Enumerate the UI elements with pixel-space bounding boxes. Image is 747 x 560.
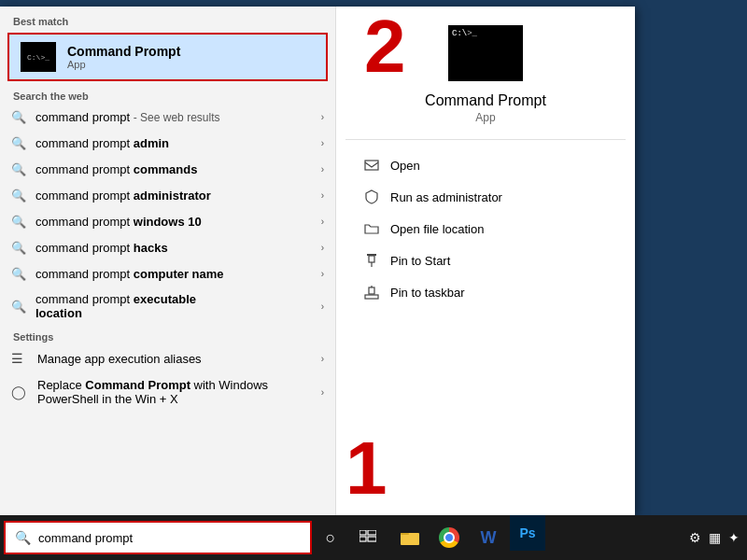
search-web-label: Search the web bbox=[0, 83, 335, 104]
action-run-admin[interactable]: Run as administrator bbox=[355, 181, 616, 213]
action-open[interactable]: Open bbox=[355, 149, 616, 181]
pin-start-icon bbox=[362, 251, 381, 270]
svg-rect-0 bbox=[365, 161, 378, 170]
search-icon: 🔍 bbox=[11, 299, 26, 314]
pin-taskbar-icon bbox=[362, 283, 381, 301]
svg-rect-12 bbox=[401, 533, 409, 535]
chevron-icon: › bbox=[321, 217, 324, 227]
chevron-icon: › bbox=[321, 138, 324, 148]
chevron-icon: › bbox=[321, 301, 324, 312]
search-result-item[interactable]: 🔍 command prompt executablelocation › bbox=[0, 287, 335, 326]
desktop: Best match C:\>_ Command Prompt App Sear… bbox=[0, 0, 747, 560]
list-icon: ☰ bbox=[11, 350, 28, 367]
taskbar: 🔍 command prompt ○ bbox=[0, 515, 747, 560]
action-pin-taskbar-label: Pin to taskbar bbox=[390, 286, 465, 300]
search-result-item[interactable]: 🔍 command prompt windows 10 › bbox=[0, 208, 335, 234]
best-match-subtitle: App bbox=[67, 59, 180, 70]
svg-rect-5 bbox=[369, 287, 374, 294]
app-large-icon: C:\>_ bbox=[448, 25, 523, 81]
left-panel: Best match C:\>_ Command Prompt App Sear… bbox=[0, 7, 336, 515]
search-result-item[interactable]: 🔍 command prompt hacks › bbox=[0, 234, 335, 260]
photoshop-icon[interactable]: Ps bbox=[510, 515, 545, 551]
action-file-location-label: Open file location bbox=[390, 222, 484, 236]
best-match-text: Command Prompt App bbox=[67, 44, 180, 70]
search-item-text: command prompt - See web results bbox=[35, 110, 321, 124]
word-icon[interactable]: W bbox=[469, 515, 508, 560]
right-panel: C:\>_ Command Prompt App Open bbox=[336, 7, 635, 515]
action-run-admin-label: Run as administrator bbox=[390, 190, 502, 204]
search-icon: 🔍 bbox=[11, 161, 26, 176]
shield-icon bbox=[362, 188, 381, 206]
chevron-icon: › bbox=[321, 112, 324, 122]
settings-item-text: Replace Command Prompt with Windows Powe… bbox=[37, 378, 321, 406]
taskbar-apps: W Ps bbox=[390, 515, 547, 560]
folder-icon bbox=[362, 219, 381, 238]
search-item-text: command prompt administrator bbox=[35, 189, 321, 203]
taskbar-search-box[interactable]: 🔍 command prompt bbox=[4, 521, 312, 554]
search-result-item[interactable]: 🔍 command prompt commands › bbox=[0, 156, 335, 182]
taskbar-right: ⚙ ▦ ✦ bbox=[689, 530, 747, 545]
search-item-text: command prompt commands bbox=[35, 162, 321, 176]
search-item-text: command prompt admin bbox=[35, 136, 321, 150]
search-icon: 🔍 bbox=[11, 188, 26, 203]
search-result-item[interactable]: 🔍 command prompt administrator › bbox=[0, 182, 335, 208]
svg-rect-7 bbox=[359, 530, 366, 535]
action-list: Open Run as administrator bbox=[345, 149, 626, 308]
search-item-text: command prompt hacks bbox=[35, 241, 321, 255]
best-match-item[interactable]: C:\>_ Command Prompt App bbox=[7, 33, 328, 81]
settings-icon[interactable]: ⚙ bbox=[689, 530, 701, 545]
app-type: App bbox=[475, 111, 495, 124]
divider bbox=[345, 139, 626, 140]
action-pin-taskbar[interactable]: Pin to taskbar bbox=[355, 276, 616, 308]
open-icon bbox=[362, 156, 381, 175]
search-result-item[interactable]: 🔍 command prompt - See web results › bbox=[0, 104, 335, 130]
chevron-icon: › bbox=[321, 269, 324, 279]
svg-rect-9 bbox=[359, 537, 366, 541]
search-result-item[interactable]: 🔍 command prompt computer name › bbox=[0, 260, 335, 287]
language-icon[interactable]: ▦ bbox=[709, 530, 721, 545]
search-item-text: command prompt executablelocation bbox=[35, 292, 321, 320]
chevron-icon: › bbox=[321, 164, 324, 175]
chevron-icon: › bbox=[321, 190, 324, 201]
start-menu: Best match C:\>_ Command Prompt App Sear… bbox=[0, 7, 635, 515]
action-pin-start[interactable]: Pin to Start bbox=[355, 245, 616, 276]
settings-item-text: Manage app execution aliases bbox=[37, 352, 321, 366]
svg-rect-2 bbox=[369, 256, 374, 262]
search-item-text: command prompt windows 10 bbox=[35, 215, 321, 229]
action-open-label: Open bbox=[390, 159, 420, 173]
settings-label: Settings bbox=[0, 326, 335, 344]
taskbar-misc-icon[interactable]: ✦ bbox=[728, 530, 740, 545]
taskbar-search-icon: 🔍 bbox=[15, 530, 31, 545]
svg-rect-8 bbox=[368, 530, 376, 535]
search-icon: 🔍 bbox=[11, 266, 26, 281]
app-name: Command Prompt bbox=[425, 92, 546, 109]
action-pin-start-label: Pin to Start bbox=[390, 254, 450, 268]
svg-rect-4 bbox=[365, 295, 378, 299]
search-icon: 🔍 bbox=[11, 109, 26, 124]
file-explorer-icon[interactable] bbox=[390, 515, 430, 560]
chrome-logo bbox=[439, 527, 459, 548]
cortana-button[interactable]: ○ bbox=[312, 515, 349, 560]
settings-item[interactable]: ◯ Replace Command Prompt with Windows Po… bbox=[0, 372, 335, 412]
chrome-icon[interactable] bbox=[430, 515, 469, 560]
chevron-icon: › bbox=[321, 387, 324, 398]
best-match-label: Best match bbox=[0, 7, 335, 31]
search-icon: 🔍 bbox=[11, 214, 26, 229]
search-item-text: command prompt computer name bbox=[35, 267, 321, 281]
chevron-icon: › bbox=[321, 243, 324, 253]
cmd-icon-small: C:\>_ bbox=[21, 42, 56, 72]
search-icon: 🔍 bbox=[11, 240, 26, 255]
svg-rect-10 bbox=[368, 537, 376, 541]
action-file-location[interactable]: Open file location bbox=[355, 213, 616, 245]
search-result-item[interactable]: 🔍 command prompt admin › bbox=[0, 130, 335, 156]
best-match-title: Command Prompt bbox=[67, 44, 180, 59]
taskbar-search-text: command prompt bbox=[38, 531, 301, 545]
settings-item[interactable]: ☰ Manage app execution aliases › bbox=[0, 344, 335, 372]
monitor-icon: ◯ bbox=[11, 384, 28, 400]
search-icon: 🔍 bbox=[11, 135, 26, 150]
task-view-button[interactable] bbox=[349, 515, 387, 560]
chevron-icon: › bbox=[321, 354, 324, 364]
